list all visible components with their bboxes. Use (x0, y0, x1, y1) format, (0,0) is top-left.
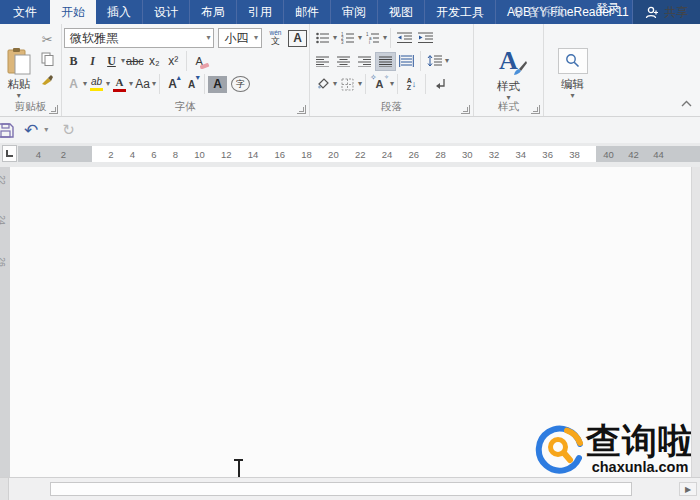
highlight-color-button[interactable]: ab (87, 75, 106, 94)
format-painter-button[interactable] (38, 71, 56, 87)
paragraph-mark-icon (433, 78, 446, 90)
bold-button[interactable]: B (64, 52, 83, 71)
ribbon-tab[interactable]: 引用 (237, 0, 284, 24)
document-area[interactable]: 22 24 26 查询啦 chaxunla.com (0, 167, 700, 477)
scroll-right-button[interactable]: ▶ (679, 482, 697, 496)
ribbon-tab[interactable]: 布局 (190, 0, 237, 24)
clipboard-dialog-launcher[interactable] (49, 105, 58, 114)
undo-button[interactable]: ↶ (20, 119, 42, 141)
group-styles: A 样式 ▾ 样式 (474, 24, 544, 116)
group-clipboard: 粘贴 ▾ ✂ 剪贴板 (0, 24, 62, 116)
line-spacing-icon (427, 55, 442, 67)
italic-button[interactable]: I (83, 52, 102, 71)
clear-formatting-button[interactable]: A (190, 52, 209, 71)
increase-indent-button[interactable] (415, 29, 436, 48)
save-icon (0, 122, 14, 139)
cut-button[interactable]: ✂ (38, 31, 56, 47)
style-brush-icon (512, 60, 528, 76)
ribbon: 粘贴 ▾ ✂ 剪贴板 微软雅黑▾ (0, 24, 700, 117)
scrollbar-corner (0, 478, 9, 500)
shading-button[interactable] (312, 75, 333, 94)
quick-access-toolbar: ↶ ▾ ↻ (0, 117, 700, 143)
ribbon-tab[interactable]: 视图 (378, 0, 425, 24)
numbering-button[interactable]: 123 (337, 29, 358, 48)
copy-icon (41, 52, 54, 66)
ribbon-tab[interactable]: 设计 (143, 0, 190, 24)
enclose-characters-button[interactable]: 字 (231, 76, 250, 92)
sign-in-button[interactable]: 登录 (584, 0, 632, 24)
borders-button[interactable] (337, 75, 358, 94)
grow-font-button[interactable]: A▲ (163, 75, 182, 94)
font-dialog-launcher[interactable] (297, 105, 306, 114)
horizontal-scrollbar[interactable]: ▶ (0, 477, 700, 500)
justify-button[interactable] (375, 52, 396, 71)
ribbon-tab[interactable]: 邮件 (284, 0, 331, 24)
paint-bucket-icon (316, 78, 330, 91)
align-center-button[interactable] (333, 52, 354, 71)
left-tab-icon (6, 150, 13, 157)
font-size-value: 小四 (224, 30, 248, 47)
underline-button[interactable]: U (102, 52, 121, 71)
paragraph-dialog-launcher[interactable] (461, 105, 470, 114)
person-plus-icon (645, 6, 659, 19)
styles-dialog-launcher[interactable] (531, 105, 540, 114)
tab-selector[interactable] (2, 145, 17, 162)
editing-button-label: 编辑 (561, 77, 584, 92)
undo-dropdown[interactable]: ▾ (44, 126, 48, 134)
phonetic-guide-button[interactable]: wén 文 (266, 29, 285, 48)
collapse-ribbon-button[interactable] (681, 96, 692, 110)
ribbon-tab[interactable]: 开发工具 (425, 0, 496, 24)
change-case-dropdown[interactable]: ▾ (152, 80, 156, 88)
font-color-swatch (113, 89, 126, 92)
line-spacing-dropdown[interactable]: ▾ (445, 57, 449, 65)
vruler-number: 26 (0, 257, 7, 266)
sort-button[interactable]: AZ ↓ (401, 75, 422, 94)
distribute-button[interactable] (396, 52, 417, 71)
ribbon-tab[interactable]: 审阅 (331, 0, 378, 24)
share-button[interactable]: 共享 (632, 0, 700, 24)
font-color-button[interactable]: A (110, 75, 129, 94)
character-border-button[interactable]: A (288, 30, 307, 47)
group-font: 微软雅黑▾ 小四▾ wén 文 A B I U ▾ abc x₂ x² (62, 24, 310, 116)
asian-layout-dropdown[interactable]: ▾ (390, 80, 394, 88)
font-size-combo[interactable]: 小四▾ (218, 28, 262, 48)
save-button[interactable] (0, 119, 18, 141)
ribbon-tab[interactable]: 开始 (50, 0, 96, 24)
bullets-button[interactable] (312, 29, 333, 48)
editing-button[interactable]: 编辑 ▾ (546, 27, 599, 116)
styles-button-label: 样式 (497, 79, 520, 94)
highlight-color-swatch (90, 88, 103, 91)
show-hide-marks-button[interactable] (429, 75, 450, 94)
font-name-combo[interactable]: 微软雅黑▾ (64, 28, 214, 48)
justify-icon (379, 56, 392, 67)
svg-text:i: i (369, 40, 370, 44)
copy-button[interactable] (38, 51, 56, 67)
horizontal-ruler[interactable]: 42 2468101214161820222426283032343638 40… (18, 146, 700, 162)
tell-me-box[interactable]: 告诉我... (503, 0, 584, 24)
text-effects-button[interactable]: A (64, 75, 83, 94)
ribbon-tab[interactable]: 文件 (0, 0, 50, 24)
change-case-button[interactable]: Aa (133, 75, 152, 94)
align-right-icon (358, 56, 371, 67)
multilevel-list-button[interactable]: 1ai (362, 29, 383, 48)
vertical-scrollbar[interactable] (691, 167, 700, 477)
ribbon-tab[interactable]: 插入 (96, 0, 143, 24)
align-left-button[interactable] (312, 52, 333, 71)
align-right-button[interactable] (354, 52, 375, 71)
svg-text:3: 3 (341, 40, 344, 44)
subscript-button[interactable]: x₂ (145, 52, 164, 71)
horizontal-scrollbar-thumb[interactable] (50, 482, 632, 496)
paste-dropdown[interactable]: ▾ (17, 92, 21, 100)
redo-button[interactable]: ↻ (58, 119, 79, 141)
character-shading-button[interactable]: A (208, 76, 227, 93)
superscript-button[interactable]: x² (164, 52, 183, 71)
shrink-font-button[interactable]: A▼ (182, 75, 201, 94)
borders-dropdown[interactable]: ▾ (358, 80, 362, 88)
line-spacing-button[interactable] (424, 52, 445, 71)
watermark: 查询啦 chaxunla.com (534, 424, 694, 476)
asian-layout-button[interactable]: A ✧✧ (369, 75, 390, 94)
multilevel-dropdown[interactable]: ▾ (383, 34, 387, 42)
ruler-scale: 2468101214161820222426283032343638 (92, 146, 596, 162)
strikethrough-button[interactable]: abc (125, 52, 145, 71)
decrease-indent-button[interactable] (394, 29, 415, 48)
